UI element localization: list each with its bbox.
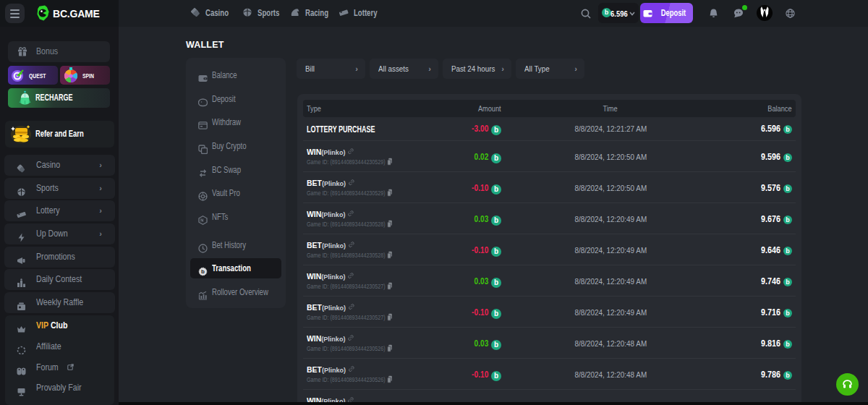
svg-text:b: b (201, 268, 205, 275)
